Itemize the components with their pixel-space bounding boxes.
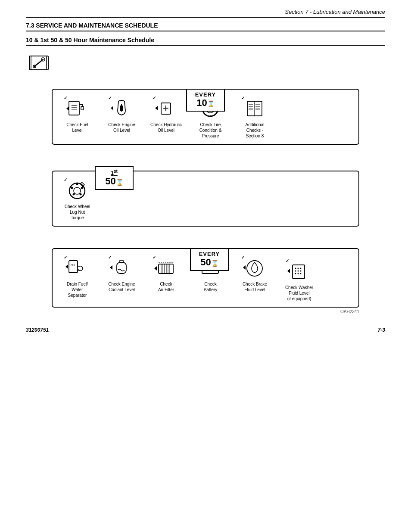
- item-additional: ✓ AdditionalChecks -Section 8: [234, 96, 275, 139]
- svg-marker-39: [65, 264, 68, 269]
- svg-rect-5: [69, 101, 79, 115]
- every50-badge: EVERY 50⌛: [190, 248, 229, 271]
- every50-schedule: EVERY 50⌛ ✓ HFS Drain Fuel/WaterSep: [52, 248, 359, 314]
- item-wheel: ✓ Check WheelLug NutTorque: [57, 178, 98, 221]
- svg-point-63: [298, 268, 299, 269]
- item-air-filter: ✓ CheckAir Filter: [146, 256, 187, 292]
- svg-rect-18: [247, 101, 262, 116]
- svg-rect-43: [159, 264, 173, 274]
- svg-point-28: [69, 183, 85, 199]
- svg-marker-71: [287, 269, 290, 273]
- svg-rect-36: [69, 261, 78, 273]
- svg-point-62: [295, 268, 296, 269]
- svg-marker-11: [111, 106, 113, 110]
- svg-point-65: [295, 270, 296, 271]
- svg-text:HFS: HFS: [71, 264, 75, 266]
- section-title-text: Section 7 - Lubrication and Maintenance: [285, 9, 385, 15]
- svg-point-68: [295, 273, 296, 274]
- svg-point-70: [300, 273, 302, 274]
- every10-badge: EVERY 10⌛: [186, 89, 225, 112]
- item-coolant: ✓ Check EngineCoolant Level: [101, 256, 142, 292]
- tool-icon-top: [26, 54, 385, 72]
- footer: 31200751 7-3: [26, 327, 385, 333]
- section-header: Section 7 - Lubrication and Maintenance: [26, 9, 385, 18]
- svg-point-32: [80, 193, 82, 195]
- every10-schedule: EVERY 10⌛ ✓: [52, 89, 359, 145]
- svg-point-33: [73, 193, 75, 195]
- svg-point-29: [74, 187, 81, 194]
- item-drain-fuel: ✓ HFS Drain Fuel/WaterSeparator: [57, 256, 98, 298]
- part-number: 31200751: [26, 327, 49, 333]
- svg-point-30: [76, 183, 78, 185]
- svg-rect-41: [119, 261, 124, 263]
- svg-point-64: [300, 268, 302, 269]
- item-washer-fluid: ✓ Check WasherF: [279, 259, 320, 302]
- section-73-title: 7.3 SERVICE AND MAINTENANCE SCHEDULE: [26, 22, 385, 31]
- item-fuel: ✓ Check FuelLevel: [57, 96, 98, 133]
- svg-marker-10: [66, 106, 69, 111]
- item-hydraulic: ✓ Check HydraulicOil Level: [146, 96, 187, 133]
- item-oil: ✓ Check EngineOil Level: [101, 96, 142, 133]
- first50-schedule: 1st 50⌛ ✓: [52, 171, 359, 227]
- svg-point-66: [298, 270, 299, 271]
- svg-marker-60: [243, 265, 246, 270]
- svg-point-59: [247, 261, 262, 276]
- svg-marker-42: [110, 265, 112, 270]
- first50-badge: 1st 50⌛: [95, 166, 134, 190]
- svg-rect-61: [293, 265, 305, 279]
- svg-point-69: [298, 273, 299, 274]
- image-ref: OAH2341: [52, 309, 359, 314]
- svg-marker-15: [155, 106, 158, 110]
- svg-rect-40: [117, 262, 126, 274]
- page-number: 7-3: [378, 327, 385, 333]
- item-brake-fluid: ✓ Check BrakeFluid Level: [234, 256, 275, 292]
- svg-marker-51: [154, 266, 157, 271]
- svg-point-67: [300, 270, 302, 271]
- svg-point-34: [71, 187, 73, 189]
- subsection-title: 10 & 1st 50 & 50 Hour Maintenance Schedu…: [26, 37, 385, 46]
